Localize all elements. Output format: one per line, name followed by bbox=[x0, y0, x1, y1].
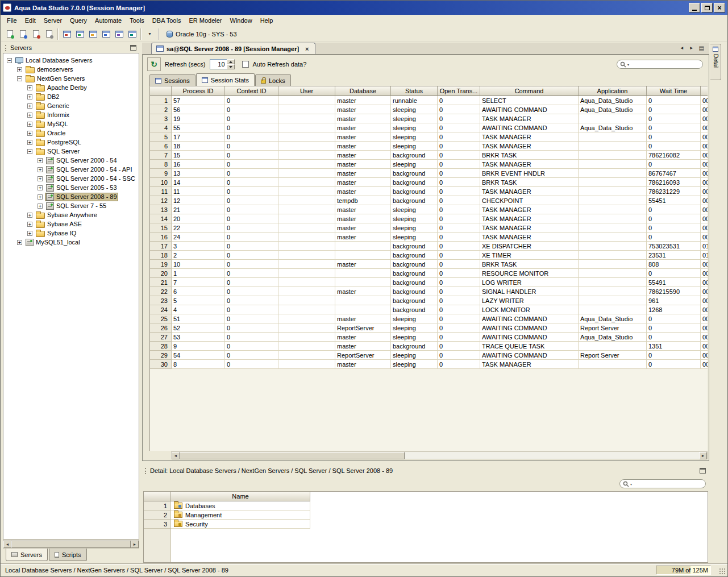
column-header-application[interactable]: Application bbox=[579, 86, 647, 96]
expand-icon[interactable]: + bbox=[27, 94, 32, 99]
prev-tab-icon[interactable]: ◄ bbox=[678, 45, 686, 51]
tab-session-stats[interactable]: Session Stats bbox=[196, 73, 255, 86]
expand-icon[interactable]: + bbox=[38, 204, 43, 209]
tree-node[interactable]: MySQL bbox=[35, 120, 69, 128]
table-row[interactable]: 13210mastersleeping0TASK MANAGER00000 bbox=[150, 205, 708, 214]
tree-item-db2[interactable]: +DB2 bbox=[3, 92, 139, 101]
search-options-caret-icon[interactable]: ▾ bbox=[627, 63, 629, 67]
table-row[interactable]: 1570masterrunnable0SELECTAqua_Data_Studi… bbox=[150, 96, 708, 105]
panel-grip[interactable] bbox=[145, 468, 147, 474]
tree-node[interactable]: Sybase IQ bbox=[35, 229, 77, 238]
maximize-button[interactable] bbox=[701, 3, 713, 13]
sidebar-tab-servers[interactable]: Servers bbox=[6, 549, 48, 561]
tree-node[interactable]: Sybase Anywhere bbox=[35, 211, 98, 219]
tree-item-sql-server-7-55[interactable]: +SQL Server 7 - 55 bbox=[3, 201, 139, 210]
expand-icon[interactable]: + bbox=[17, 67, 22, 72]
tree-item-sql-server-2005-53[interactable]: +SQL Server 2005 - 53 bbox=[3, 183, 139, 192]
grid-horizontal-scrollbar[interactable]: ◄ ► bbox=[171, 451, 708, 459]
tree-node[interactable]: Generic bbox=[35, 102, 70, 110]
collapse-icon[interactable]: − bbox=[7, 58, 12, 63]
tree-item-oracle[interactable]: +Oracle bbox=[3, 128, 139, 138]
search-options-caret-icon[interactable]: ▾ bbox=[630, 482, 632, 486]
tree-item-mysql[interactable]: +MySQL bbox=[3, 119, 139, 128]
tree-node[interactable]: SQL Server 7 - 55 bbox=[45, 202, 107, 210]
menu-automate[interactable]: Automate bbox=[91, 16, 126, 25]
table-row[interactable]: 19100masterbackground0BRKR TASK8080060 bbox=[150, 260, 708, 269]
import-registrations-button[interactable] bbox=[16, 28, 30, 40]
tree-item-sql-server-2000-54[interactable]: +SQL Server 2000 - 54 bbox=[3, 156, 139, 165]
column-header-open-trans[interactable]: Open Trans... bbox=[438, 86, 480, 96]
float-panel-icon[interactable] bbox=[700, 468, 706, 474]
table-row[interactable]: 8160mastersleeping0TASK MANAGER00000 bbox=[150, 160, 708, 169]
table-row[interactable]: 6180mastersleeping0TASK MANAGER00000 bbox=[150, 142, 708, 151]
detail-search-input[interactable]: ▾ bbox=[619, 479, 706, 488]
close-tab-icon[interactable]: × bbox=[304, 45, 310, 52]
tree-item-local-database-servers[interactable]: −Local Database Servers bbox=[3, 56, 139, 65]
spinner-up-icon[interactable] bbox=[227, 59, 235, 64]
server-selector[interactable]: Oracle 10g - SYS - 53 bbox=[163, 30, 240, 39]
menu-file[interactable]: File bbox=[3, 16, 21, 25]
list-item-databases[interactable]: 1Databases bbox=[144, 501, 708, 510]
expand-icon[interactable]: + bbox=[27, 140, 32, 145]
expand-icon[interactable]: + bbox=[27, 85, 32, 90]
table-row[interactable]: 2350background0LAZY WRITER9610060 bbox=[150, 296, 708, 305]
tree-item-sql-server-2000-54-ssc[interactable]: +SQL Server 2000 - 54 - SSC bbox=[3, 174, 139, 183]
tree-node[interactable]: NextGen Servers bbox=[24, 74, 86, 83]
table-row[interactable]: 29540ReportServersleeping0AWAITING COMMA… bbox=[150, 351, 708, 360]
tree-horizontal-scrollbar[interactable]: ◄ ► bbox=[3, 540, 139, 549]
detail-dock-tab[interactable]: Detail bbox=[710, 44, 721, 80]
storage-manager-button[interactable] bbox=[126, 28, 139, 40]
table-row[interactable]: 14200mastersleeping0TASK MANAGER00000 bbox=[150, 214, 708, 223]
refresh-interval-value[interactable]: 10 bbox=[210, 59, 227, 69]
menu-edit[interactable]: Edit bbox=[21, 16, 40, 25]
session-manager-button[interactable] bbox=[113, 28, 126, 40]
scrollbar-thumb[interactable] bbox=[180, 452, 405, 459]
tree-node[interactable]: Apache Derby bbox=[35, 84, 88, 92]
table-row[interactable]: 2260masterbackground0SIGNAL HANDLER78621… bbox=[150, 287, 708, 296]
table-row[interactable]: 3080mastersleeping0TASK MANAGER00000 bbox=[150, 360, 708, 369]
server-properties-button[interactable] bbox=[43, 28, 56, 40]
table-row[interactable]: 5170mastersleeping0TASK MANAGER00000 bbox=[150, 132, 708, 142]
column-header-extra[interactable] bbox=[701, 86, 708, 96]
scroll-left-icon[interactable]: ◄ bbox=[172, 452, 180, 459]
tree-node[interactable]: Local Database Servers bbox=[14, 56, 93, 65]
schema-browser-button[interactable] bbox=[86, 28, 99, 40]
column-header-wait-time[interactable]: Wait Time bbox=[647, 86, 701, 96]
scrollbar-thumb[interactable] bbox=[11, 541, 131, 548]
table-row[interactable]: 16240mastersleeping0TASK MANAGER00000 bbox=[150, 233, 708, 242]
tree-item-postgresql[interactable]: +PostgreSQL bbox=[3, 138, 139, 147]
list-item-management[interactable]: 2Management bbox=[144, 510, 708, 520]
tree-node[interactable]: SQL Server 2008 - 89 bbox=[45, 193, 118, 201]
scroll-right-icon[interactable]: ► bbox=[699, 452, 707, 459]
list-item-security[interactable]: 3Security bbox=[144, 520, 708, 529]
collapse-icon[interactable]: − bbox=[27, 149, 32, 154]
tree-node[interactable]: SQL Server 2005 - 53 bbox=[45, 184, 118, 192]
table-row[interactable]: 10140masterbackground0BRKR TASK786216093… bbox=[150, 178, 708, 187]
column-header-database[interactable]: Database bbox=[335, 86, 391, 96]
tab-locks[interactable]: Locks bbox=[255, 74, 291, 86]
expand-icon[interactable]: + bbox=[38, 176, 43, 181]
tree-item-generic[interactable]: +Generic bbox=[3, 101, 139, 110]
expand-icon[interactable]: + bbox=[27, 213, 32, 218]
expand-icon[interactable]: + bbox=[38, 194, 43, 200]
search-input[interactable]: ▾ bbox=[617, 60, 703, 69]
float-panel-icon[interactable] bbox=[130, 45, 136, 51]
refresh-button[interactable]: ↻ bbox=[147, 57, 161, 71]
table-row[interactable]: 2440background0LOCK MONITOR12680080 bbox=[150, 305, 708, 314]
expand-icon[interactable]: + bbox=[27, 231, 32, 236]
expand-icon[interactable]: + bbox=[27, 122, 32, 127]
expand-icon[interactable]: + bbox=[38, 185, 43, 190]
tree-node[interactable]: Informix bbox=[35, 111, 70, 119]
register-server-button[interactable] bbox=[3, 28, 16, 40]
scroll-right-icon[interactable]: ► bbox=[131, 541, 139, 548]
menu-server[interactable]: Server bbox=[40, 16, 66, 25]
tree-item-nextgen-servers[interactable]: −NextGen Servers bbox=[3, 74, 139, 83]
query-analyzer-button[interactable] bbox=[60, 28, 73, 40]
tree-node[interactable]: PostgreSQL bbox=[35, 138, 82, 147]
tree-item-apache-derby[interactable]: +Apache Derby bbox=[3, 83, 139, 92]
tree-node[interactable]: MySQL51_local bbox=[24, 238, 81, 247]
tree-node[interactable]: SQL Server 2000 - 54 bbox=[45, 156, 118, 165]
table-row[interactable]: 26520ReportServersleeping0AWAITING COMMA… bbox=[150, 323, 708, 333]
tree-node[interactable]: SQL Server 2000 - 54 - SSC bbox=[45, 175, 136, 183]
table-data-button[interactable] bbox=[99, 28, 113, 40]
